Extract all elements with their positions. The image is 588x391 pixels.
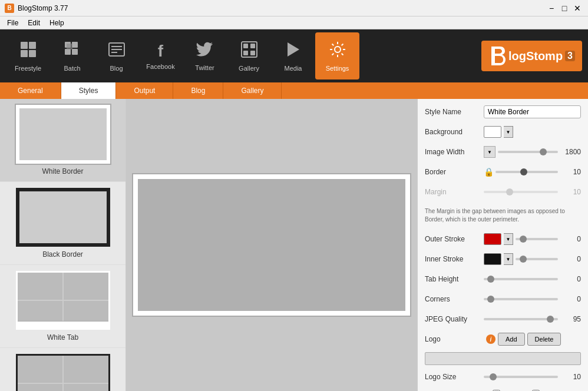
logo-control: i Add Delete <box>484 333 581 346</box>
jpeg-quality-row: JPEG Quality 95 <box>425 312 581 326</box>
batch-icon <box>64 41 81 62</box>
inner-stroke-row: Inner Stroke ▼ 0 <box>425 252 581 266</box>
inner-stroke-slider[interactable] <box>516 258 558 260</box>
preview-canvas <box>133 174 410 316</box>
background-color-swatch[interactable] <box>484 126 501 138</box>
style-preview-black-border <box>16 188 110 247</box>
svg-marker-18 <box>288 42 299 57</box>
menu-edit[interactable]: Edit <box>23 18 45 28</box>
image-width-slider[interactable] <box>498 151 558 153</box>
style-name-input[interactable] <box>484 105 581 118</box>
subtab-gallery[interactable]: Gallery <box>223 82 282 99</box>
toolbar-twitter[interactable]: Twitter <box>183 32 227 79</box>
toolbar-media[interactable]: Media <box>271 32 315 79</box>
style-item-black-tab[interactable]: Black Tab <box>0 348 125 391</box>
margin-control: 10 <box>484 188 581 196</box>
app-title: BlogStomp 3.77 <box>18 4 546 12</box>
svg-rect-2 <box>21 50 28 57</box>
toolbar-freestyle[interactable]: Freestyle <box>6 32 50 79</box>
toolbar-twitter-label: Twitter <box>195 64 214 71</box>
logo-info-icon[interactable]: i <box>486 334 495 344</box>
style-item-white-tab[interactable]: White Tab <box>0 265 125 348</box>
background-color-dropdown[interactable]: ▼ <box>504 126 513 138</box>
freestyle-icon <box>19 41 37 62</box>
toolbar-blog-label: Blog <box>110 65 123 72</box>
style-label-white-tab: White Tab <box>47 333 78 342</box>
svg-rect-6 <box>65 49 71 55</box>
maximize-button[interactable]: □ <box>559 2 570 14</box>
outer-stroke-slider[interactable] <box>516 238 558 240</box>
preview-area <box>126 99 417 391</box>
svg-point-19 <box>335 47 341 52</box>
border-slider[interactable] <box>495 171 558 173</box>
image-width-value: 1800 <box>560 148 581 156</box>
toolbar-freestyle-label: Freestyle <box>15 65 41 72</box>
white-tab-indicator <box>18 321 108 328</box>
inner-stroke-dropdown[interactable]: ▼ <box>504 253 513 265</box>
inner-stroke-label: Inner Stroke <box>425 255 484 263</box>
toolbar-media-label: Media <box>285 65 302 72</box>
logo-size-slider[interactable] <box>484 376 558 378</box>
outer-stroke-label: Outer Stroke <box>425 235 484 243</box>
outer-stroke-dropdown[interactable]: ▼ <box>504 233 513 245</box>
outer-stroke-color-swatch[interactable] <box>484 233 501 245</box>
background-row: Background ▼ <box>425 125 581 139</box>
jpeg-quality-control: 95 <box>484 315 581 323</box>
outer-stroke-control: ▼ 0 <box>484 233 581 245</box>
subtab-output[interactable]: Output <box>116 82 173 99</box>
subtab-blog[interactable]: Blog <box>173 82 223 99</box>
jpeg-quality-label: JPEG Quality <box>425 315 484 323</box>
logo-bar <box>425 352 581 365</box>
image-width-row: Image Width ▼ 1800 <box>425 145 581 159</box>
inner-stroke-color-swatch[interactable] <box>484 253 501 265</box>
preview-cell-3 <box>316 179 405 245</box>
style-item-white-border[interactable]: White Border <box>0 99 125 182</box>
twitter-icon <box>196 41 214 62</box>
image-width-label: Image Width <box>425 148 484 156</box>
menu-file[interactable]: File <box>2 18 23 28</box>
subtab-styles[interactable]: Styles <box>61 82 117 99</box>
menu-help[interactable]: Help <box>45 18 69 28</box>
style-name-row: Style Name <box>425 105 581 119</box>
svg-rect-5 <box>72 42 78 48</box>
toolbar-gallery[interactable]: Gallery <box>227 32 271 79</box>
toolbar-blog[interactable]: Blog <box>94 32 138 79</box>
toolbar-facebook-label: Facebook <box>146 63 174 70</box>
blog-icon <box>108 41 125 62</box>
sidebar: White Border Black Border White Tab <box>0 99 126 391</box>
toolbar: Freestyle Batch Blog f Facebook Twitter … <box>0 29 588 82</box>
image-width-dropdown[interactable]: ▼ <box>484 146 495 158</box>
border-value: 10 <box>560 168 581 176</box>
svg-rect-8 <box>67 44 72 49</box>
logo-size-row: Logo Size 10 <box>425 370 581 384</box>
preview-cell-2 <box>227 179 316 245</box>
svg-rect-17 <box>250 51 255 55</box>
margin-label: Margin <box>425 188 484 196</box>
tab-height-label: Tab Height <box>425 275 484 283</box>
svg-rect-7 <box>72 49 78 55</box>
toolbar-settings-label: Settings <box>326 65 349 72</box>
style-item-black-border[interactable]: Black Border <box>0 182 125 265</box>
logo-delete-button[interactable]: Delete <box>527 333 561 346</box>
toolbar-batch[interactable]: Batch <box>50 32 94 79</box>
preview-cell-6 <box>316 245 405 311</box>
logo-size-value: 10 <box>560 373 581 381</box>
close-button[interactable]: ✕ <box>572 2 583 14</box>
jpeg-quality-value: 95 <box>560 315 581 323</box>
jpeg-quality-slider[interactable] <box>484 318 558 320</box>
toolbar-batch-label: Batch <box>64 65 80 72</box>
preview-cell-1 <box>138 179 227 245</box>
corners-slider[interactable] <box>484 298 558 300</box>
tab-height-value: 0 <box>560 275 581 283</box>
toolbar-facebook[interactable]: f Facebook <box>138 32 183 79</box>
margin-row: Margin 10 <box>425 185 581 199</box>
tab-height-slider[interactable] <box>484 278 558 280</box>
toolbar-settings[interactable]: Settings <box>315 32 359 79</box>
image-width-control: ▼ 1800 <box>484 146 581 158</box>
margin-slider[interactable] <box>484 191 558 193</box>
subtab-general[interactable]: General <box>0 82 61 99</box>
minimize-button[interactable]: − <box>546 2 557 14</box>
tab-height-row: Tab Height 0 <box>425 272 581 286</box>
logo-add-button[interactable]: Add <box>498 333 525 346</box>
preview-cell-4 <box>138 245 227 311</box>
